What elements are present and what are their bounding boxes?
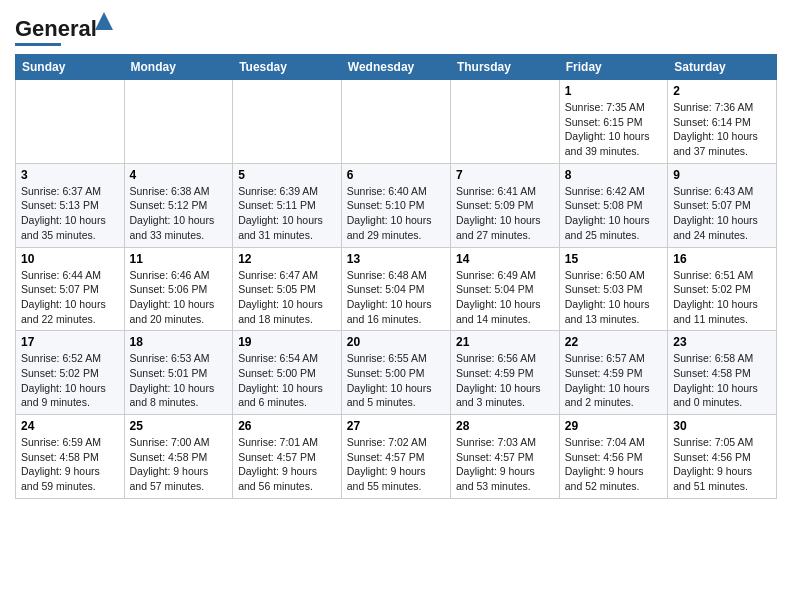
day-number: 21 bbox=[456, 335, 554, 349]
day-number: 7 bbox=[456, 168, 554, 182]
day-info: Sunrise: 7:04 AM Sunset: 4:56 PM Dayligh… bbox=[565, 435, 662, 494]
calendar-week-row: 17Sunrise: 6:52 AM Sunset: 5:02 PM Dayli… bbox=[16, 331, 777, 415]
day-info: Sunrise: 6:44 AM Sunset: 5:07 PM Dayligh… bbox=[21, 268, 119, 327]
calendar-cell: 9Sunrise: 6:43 AM Sunset: 5:07 PM Daylig… bbox=[668, 163, 777, 247]
calendar-cell: 4Sunrise: 6:38 AM Sunset: 5:12 PM Daylig… bbox=[124, 163, 233, 247]
day-number: 26 bbox=[238, 419, 336, 433]
calendar-cell bbox=[450, 80, 559, 164]
calendar-cell: 28Sunrise: 7:03 AM Sunset: 4:57 PM Dayli… bbox=[450, 415, 559, 499]
day-info: Sunrise: 7:00 AM Sunset: 4:58 PM Dayligh… bbox=[130, 435, 228, 494]
calendar-cell: 7Sunrise: 6:41 AM Sunset: 5:09 PM Daylig… bbox=[450, 163, 559, 247]
weekday-header: Monday bbox=[124, 55, 233, 80]
day-number: 9 bbox=[673, 168, 771, 182]
day-number: 8 bbox=[565, 168, 662, 182]
day-info: Sunrise: 7:05 AM Sunset: 4:56 PM Dayligh… bbox=[673, 435, 771, 494]
calendar-header-row: SundayMondayTuesdayWednesdayThursdayFrid… bbox=[16, 55, 777, 80]
day-info: Sunrise: 6:38 AM Sunset: 5:12 PM Dayligh… bbox=[130, 184, 228, 243]
day-info: Sunrise: 6:43 AM Sunset: 5:07 PM Dayligh… bbox=[673, 184, 771, 243]
day-info: Sunrise: 6:40 AM Sunset: 5:10 PM Dayligh… bbox=[347, 184, 445, 243]
day-number: 23 bbox=[673, 335, 771, 349]
calendar-cell: 24Sunrise: 6:59 AM Sunset: 4:58 PM Dayli… bbox=[16, 415, 125, 499]
day-number: 30 bbox=[673, 419, 771, 433]
day-number: 4 bbox=[130, 168, 228, 182]
weekday-header: Saturday bbox=[668, 55, 777, 80]
calendar-cell: 29Sunrise: 7:04 AM Sunset: 4:56 PM Dayli… bbox=[559, 415, 667, 499]
day-info: Sunrise: 6:58 AM Sunset: 4:58 PM Dayligh… bbox=[673, 351, 771, 410]
day-number: 19 bbox=[238, 335, 336, 349]
calendar-week-row: 24Sunrise: 6:59 AM Sunset: 4:58 PM Dayli… bbox=[16, 415, 777, 499]
calendar-cell: 6Sunrise: 6:40 AM Sunset: 5:10 PM Daylig… bbox=[341, 163, 450, 247]
day-info: Sunrise: 7:35 AM Sunset: 6:15 PM Dayligh… bbox=[565, 100, 662, 159]
calendar-cell: 17Sunrise: 6:52 AM Sunset: 5:02 PM Dayli… bbox=[16, 331, 125, 415]
day-number: 2 bbox=[673, 84, 771, 98]
day-info: Sunrise: 6:59 AM Sunset: 4:58 PM Dayligh… bbox=[21, 435, 119, 494]
logo-underline bbox=[15, 43, 61, 46]
day-info: Sunrise: 7:36 AM Sunset: 6:14 PM Dayligh… bbox=[673, 100, 771, 159]
day-number: 27 bbox=[347, 419, 445, 433]
day-info: Sunrise: 7:01 AM Sunset: 4:57 PM Dayligh… bbox=[238, 435, 336, 494]
day-info: Sunrise: 6:55 AM Sunset: 5:00 PM Dayligh… bbox=[347, 351, 445, 410]
calendar-cell: 8Sunrise: 6:42 AM Sunset: 5:08 PM Daylig… bbox=[559, 163, 667, 247]
day-info: Sunrise: 6:52 AM Sunset: 5:02 PM Dayligh… bbox=[21, 351, 119, 410]
day-info: Sunrise: 6:48 AM Sunset: 5:04 PM Dayligh… bbox=[347, 268, 445, 327]
calendar-week-row: 10Sunrise: 6:44 AM Sunset: 5:07 PM Dayli… bbox=[16, 247, 777, 331]
calendar-cell bbox=[233, 80, 342, 164]
day-number: 16 bbox=[673, 252, 771, 266]
day-info: Sunrise: 7:02 AM Sunset: 4:57 PM Dayligh… bbox=[347, 435, 445, 494]
day-info: Sunrise: 6:56 AM Sunset: 4:59 PM Dayligh… bbox=[456, 351, 554, 410]
calendar-cell: 12Sunrise: 6:47 AM Sunset: 5:05 PM Dayli… bbox=[233, 247, 342, 331]
calendar-cell: 10Sunrise: 6:44 AM Sunset: 5:07 PM Dayli… bbox=[16, 247, 125, 331]
day-number: 29 bbox=[565, 419, 662, 433]
calendar-cell: 26Sunrise: 7:01 AM Sunset: 4:57 PM Dayli… bbox=[233, 415, 342, 499]
day-number: 20 bbox=[347, 335, 445, 349]
day-number: 12 bbox=[238, 252, 336, 266]
calendar-cell: 21Sunrise: 6:56 AM Sunset: 4:59 PM Dayli… bbox=[450, 331, 559, 415]
calendar-cell: 18Sunrise: 6:53 AM Sunset: 5:01 PM Dayli… bbox=[124, 331, 233, 415]
calendar-cell: 3Sunrise: 6:37 AM Sunset: 5:13 PM Daylig… bbox=[16, 163, 125, 247]
logo-triangle-icon bbox=[95, 12, 113, 30]
calendar-cell: 15Sunrise: 6:50 AM Sunset: 5:03 PM Dayli… bbox=[559, 247, 667, 331]
calendar-cell bbox=[16, 80, 125, 164]
day-number: 11 bbox=[130, 252, 228, 266]
weekday-header: Thursday bbox=[450, 55, 559, 80]
day-info: Sunrise: 6:53 AM Sunset: 5:01 PM Dayligh… bbox=[130, 351, 228, 410]
svg-marker-0 bbox=[95, 12, 113, 30]
day-number: 5 bbox=[238, 168, 336, 182]
weekday-header: Tuesday bbox=[233, 55, 342, 80]
calendar-cell: 23Sunrise: 6:58 AM Sunset: 4:58 PM Dayli… bbox=[668, 331, 777, 415]
day-number: 10 bbox=[21, 252, 119, 266]
calendar-cell: 16Sunrise: 6:51 AM Sunset: 5:02 PM Dayli… bbox=[668, 247, 777, 331]
calendar-cell: 2Sunrise: 7:36 AM Sunset: 6:14 PM Daylig… bbox=[668, 80, 777, 164]
day-info: Sunrise: 6:49 AM Sunset: 5:04 PM Dayligh… bbox=[456, 268, 554, 327]
calendar-cell: 13Sunrise: 6:48 AM Sunset: 5:04 PM Dayli… bbox=[341, 247, 450, 331]
day-info: Sunrise: 6:42 AM Sunset: 5:08 PM Dayligh… bbox=[565, 184, 662, 243]
logo: General bbox=[15, 16, 97, 46]
calendar-cell: 1Sunrise: 7:35 AM Sunset: 6:15 PM Daylig… bbox=[559, 80, 667, 164]
calendar-cell: 22Sunrise: 6:57 AM Sunset: 4:59 PM Dayli… bbox=[559, 331, 667, 415]
day-number: 6 bbox=[347, 168, 445, 182]
day-number: 1 bbox=[565, 84, 662, 98]
calendar-cell bbox=[124, 80, 233, 164]
calendar-table: SundayMondayTuesdayWednesdayThursdayFrid… bbox=[15, 54, 777, 499]
day-info: Sunrise: 6:51 AM Sunset: 5:02 PM Dayligh… bbox=[673, 268, 771, 327]
calendar-body: 1Sunrise: 7:35 AM Sunset: 6:15 PM Daylig… bbox=[16, 80, 777, 499]
calendar-cell: 14Sunrise: 6:49 AM Sunset: 5:04 PM Dayli… bbox=[450, 247, 559, 331]
day-info: Sunrise: 6:37 AM Sunset: 5:13 PM Dayligh… bbox=[21, 184, 119, 243]
day-number: 25 bbox=[130, 419, 228, 433]
day-number: 14 bbox=[456, 252, 554, 266]
day-number: 15 bbox=[565, 252, 662, 266]
day-info: Sunrise: 6:47 AM Sunset: 5:05 PM Dayligh… bbox=[238, 268, 336, 327]
day-info: Sunrise: 6:41 AM Sunset: 5:09 PM Dayligh… bbox=[456, 184, 554, 243]
weekday-header: Sunday bbox=[16, 55, 125, 80]
day-number: 22 bbox=[565, 335, 662, 349]
calendar-cell: 20Sunrise: 6:55 AM Sunset: 5:00 PM Dayli… bbox=[341, 331, 450, 415]
day-number: 28 bbox=[456, 419, 554, 433]
calendar-cell bbox=[341, 80, 450, 164]
day-number: 13 bbox=[347, 252, 445, 266]
calendar-cell: 27Sunrise: 7:02 AM Sunset: 4:57 PM Dayli… bbox=[341, 415, 450, 499]
day-info: Sunrise: 7:03 AM Sunset: 4:57 PM Dayligh… bbox=[456, 435, 554, 494]
logo-general: General bbox=[15, 16, 97, 41]
calendar-cell: 19Sunrise: 6:54 AM Sunset: 5:00 PM Dayli… bbox=[233, 331, 342, 415]
calendar-week-row: 3Sunrise: 6:37 AM Sunset: 5:13 PM Daylig… bbox=[16, 163, 777, 247]
day-number: 18 bbox=[130, 335, 228, 349]
